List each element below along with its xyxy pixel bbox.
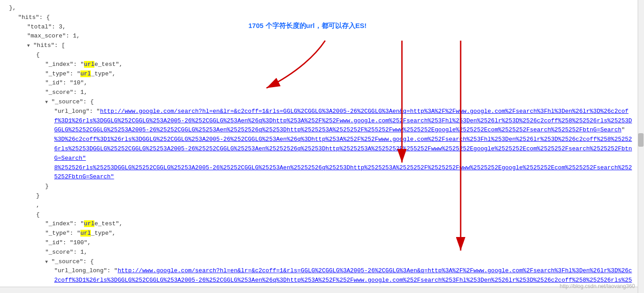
highlight-url1-type: url <box>80 70 91 77</box>
max-score-line: "max_score": 1, <box>9 32 635 41</box>
highlight-url2-type: url <box>80 230 91 237</box>
record1-index: "_index": "urle_test", <box>9 60 635 70</box>
record1-source-toggle[interactable] <box>45 98 48 107</box>
record1-open: { <box>9 51 635 60</box>
record2-index: "_index": "urle_test", <box>9 219 635 229</box>
record2-source-open: "_source": { <box>9 257 635 267</box>
record2-source-toggle[interactable] <box>45 257 48 267</box>
record2-id: "_id": "100", <box>9 238 635 248</box>
scrollbar-bottom[interactable] <box>0 287 638 293</box>
scrollbar-right[interactable] <box>638 0 644 293</box>
record1-source-open: "_source": { <box>9 98 635 107</box>
hits-array-toggle[interactable] <box>27 41 30 51</box>
opening-line: }, <box>9 4 635 13</box>
separator1: , <box>9 201 635 210</box>
record1-url-line2: %3D%26c2coff%3D1%26rls%3DGGLG%252CGGLG%2… <box>9 135 635 163</box>
record1-url: "url_long": "http://www.google.com/searc… <box>9 107 635 135</box>
scrollbar-thumb[interactable] <box>638 133 644 147</box>
annotation-text: 1705 个字符长度的url，都可以存入ES! <box>248 22 367 30</box>
record1-url-link[interactable]: http://www.google.com/search?hl=en&lr=&c… <box>54 108 632 134</box>
code-area: }, "hits": { "total": 3, "max_score": 1,… <box>0 0 644 293</box>
highlight-url2-index: url <box>84 220 94 227</box>
record1-score: "_score": 1, <box>9 88 635 98</box>
record1-id: "_id": "10", <box>9 79 635 88</box>
record2-score: "_score": 1, <box>9 248 635 257</box>
hits-array-open: "hits": [ <box>9 41 635 51</box>
watermark: http://blog.csdn.net/laovang360 <box>560 283 635 289</box>
hits-open: "hits": { <box>9 13 635 23</box>
record1-type: "_type": "url_type", <box>9 70 635 79</box>
record1-url-line3: 8%252526rls%25253DGGLG%25252CGGLG%25253A… <box>9 163 635 182</box>
record1-source-close: } <box>9 182 635 191</box>
record2-open: { <box>9 210 635 220</box>
record2-type: "_type": "url_type", <box>9 229 635 238</box>
record1-close: } <box>9 191 635 201</box>
highlight-url1-index: url <box>84 61 94 68</box>
main-container: }, "hits": { "total": 3, "max_score": 1,… <box>0 0 644 293</box>
